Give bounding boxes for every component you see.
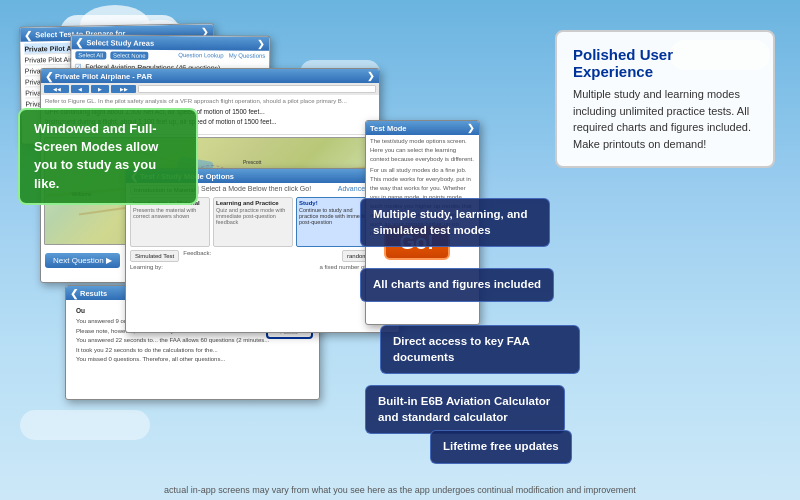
learning-by-label: Learning by:	[130, 264, 163, 270]
simulated-test-btn[interactable]: Simulated Test	[130, 250, 179, 262]
feedback-label: Feedback:	[183, 250, 211, 262]
right-panel-desc: The test/study mode options screen. Here…	[370, 137, 475, 164]
map-place-label-2: Prescott	[243, 159, 261, 165]
feature-lifetime-text: Lifetime free updates	[443, 440, 559, 452]
question-counter	[138, 85, 376, 93]
feature-charts-text: All charts and figures included	[373, 278, 541, 290]
results-arrow-left[interactable]: ❮	[70, 288, 78, 299]
results-title: Results	[80, 289, 107, 298]
panel-right-titlebar: Test Mode ❯	[366, 121, 479, 135]
feature-multi-study: Multiple study, learning, and simulated …	[360, 198, 550, 247]
polished-heading: Polished User Experience	[573, 46, 757, 80]
feature-windowed: Windowed and Full-Screen Modes allow you…	[18, 108, 198, 205]
polished-experience-box: Polished User Experience Multiple study …	[555, 30, 775, 168]
mode-intro-desc: Presents the material with correct answe…	[133, 207, 207, 219]
nav-arrow-right[interactable]: ❯	[367, 71, 375, 81]
question-panel-header: Private Pilot Airplane - PAR	[55, 72, 152, 81]
nav-btn-2[interactable]: ◀	[71, 85, 89, 93]
footnote: actual in-app screens may vary from what…	[164, 485, 636, 495]
select-none-button[interactable]: Select None	[110, 51, 149, 59]
results-sub3: You missed 0 questions. Therefore, all o…	[76, 355, 309, 363]
my-questions-button[interactable]: My Questions	[229, 53, 266, 61]
results-sub2: It took you 22 seconds to do the calcula…	[76, 346, 309, 354]
test-type-row: Simulated Test Feedback: randomized and	[130, 250, 395, 262]
panel-select-subject-title: Select Study Areas	[86, 38, 154, 48]
panel-right-title: Test Mode	[370, 124, 407, 133]
nav-btn-4[interactable]: ▶▶	[111, 85, 136, 93]
feature-windowed-text: Windowed and Full-Screen Modes allow you…	[34, 121, 158, 191]
nav-btn-1[interactable]: ◀◀	[44, 85, 69, 93]
panel-right-arrow[interactable]: ❯	[467, 123, 475, 133]
panel-arrow-left[interactable]: ❮	[24, 29, 32, 40]
mode-learning-panel[interactable]: Learning and Practice Quiz and practice …	[213, 197, 293, 247]
feature-multi-text: Multiple study, learning, and simulated …	[373, 208, 527, 236]
nav-arrow-left[interactable]: ❮	[45, 71, 53, 82]
panel-arrow-left-2[interactable]: ❮	[75, 37, 83, 48]
panel-subject-arrow[interactable]: ❯	[257, 39, 265, 49]
feature-faa-text: Direct access to key FAA documents	[393, 335, 529, 363]
options-mode-label: Select a Mode Below then click Go!	[201, 185, 311, 195]
feature-charts: All charts and figures included	[360, 268, 554, 302]
nav-btn-3[interactable]: ▶	[91, 85, 109, 93]
polished-description: Multiple study and learning modes includ…	[573, 86, 757, 152]
nav-toolbar: ◀◀ ◀ ▶ ▶▶	[41, 83, 379, 95]
mode-learning-desc: Quiz and practice mode with immediate po…	[216, 207, 290, 225]
panel-question-titlebar: ❮ Private Pilot Airplane - PAR ❯	[41, 69, 379, 83]
feature-e6b: Built-in E6B Aviation Calculator and sta…	[365, 385, 565, 434]
bottom-row-options: Learning by: a fixed number of questions…	[130, 264, 395, 270]
feature-faa-docs: Direct access to key FAA documents	[380, 325, 580, 374]
select-all-button[interactable]: Select All	[75, 51, 106, 59]
next-question-button[interactable]: Next Question ▶	[45, 253, 120, 268]
question-ref: Refer to Figure GL. In the pilot safety …	[45, 97, 375, 105]
feature-e6b-text: Built-in E6B Aviation Calculator and sta…	[378, 395, 550, 423]
feature-lifetime: Lifetime free updates	[430, 430, 572, 464]
mode-learning-label: Learning and Practice	[216, 200, 290, 206]
question-lookup-button[interactable]: Question Lookup	[178, 52, 223, 60]
